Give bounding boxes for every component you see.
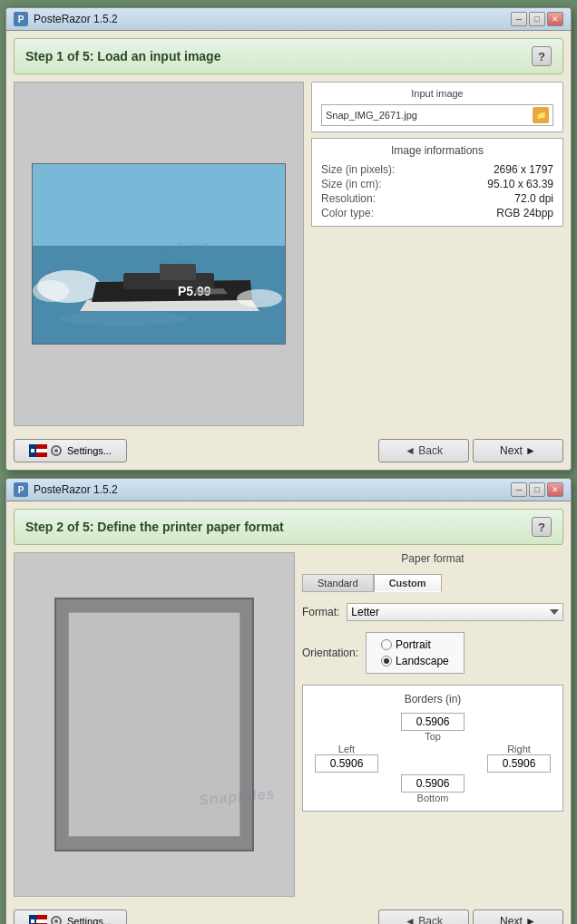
window2-content: Step 2 of 5: Define the printer paper fo… xyxy=(6,501,571,924)
settings-btn-1[interactable]: Settings... xyxy=(14,439,127,462)
image-info-title: Image informations xyxy=(321,144,553,157)
preview-panel-1: P5.99 SnapFiles xyxy=(14,82,304,426)
boat-svg: P5.99 SnapFiles xyxy=(33,164,286,345)
portrait-option[interactable]: Portrait xyxy=(381,637,449,653)
window2-title: PosteRazor 1.5.2 xyxy=(34,483,118,496)
minimize-btn-2[interactable]: ─ xyxy=(511,482,527,497)
next-btn-2[interactable]: Next ► xyxy=(473,909,563,924)
file-browse-icon[interactable]: 📁 xyxy=(533,107,549,123)
borders-box: Borders (in) Top Left xyxy=(302,685,563,812)
back-btn-2[interactable]: ◄ Back xyxy=(378,909,469,924)
image-info-box: Image informations Size (in pixels): 269… xyxy=(311,138,563,227)
flag-icon-2 xyxy=(29,915,47,924)
flag-icons-2 xyxy=(29,914,64,924)
app-icon-2: P xyxy=(14,482,28,497)
info-label-3: Color type: xyxy=(321,207,374,219)
step-header-2: Step 2 of 5: Define the printer paper fo… xyxy=(14,509,563,545)
settings-gear-icon-2 xyxy=(49,914,64,924)
main-body-2: SnapFiles Paper format Standard Custom F… xyxy=(14,552,563,897)
title-bar-2: P PosteRazor 1.5.2 ─ □ ✕ xyxy=(6,479,571,501)
left-input[interactable] xyxy=(315,754,378,773)
landscape-option[interactable]: Landscape xyxy=(381,653,449,669)
window-controls-1: ─ □ ✕ xyxy=(511,12,563,26)
flag-icons-1 xyxy=(29,443,64,458)
svg-point-12 xyxy=(237,289,282,307)
bottom-input[interactable] xyxy=(401,774,465,793)
paper-sheet xyxy=(54,598,254,851)
left-border-label: Left xyxy=(338,744,355,754)
minimize-btn-1[interactable]: ─ xyxy=(511,12,527,26)
flag-icon-1 xyxy=(29,444,47,457)
window1: P PosteRazor 1.5.2 ─ □ ✕ Step 1 of 5: Lo… xyxy=(5,7,572,471)
info-value-2: 72.0 dpi xyxy=(512,192,553,205)
settings-label-1: Settings... xyxy=(67,445,112,456)
next-btn-1[interactable]: Next ► xyxy=(473,439,563,462)
step-title-1: Step 1 of 5: Load an input image xyxy=(25,49,220,63)
maximize-btn-2[interactable]: □ xyxy=(529,482,545,497)
info-label-2: Resolution: xyxy=(321,192,376,205)
settings-label-2: Settings... xyxy=(67,916,112,924)
bottom-col: Bottom xyxy=(401,774,465,803)
help-btn-1[interactable]: ? xyxy=(532,46,552,66)
info-panel-1: Input image Snap_IMG_2671.jpg 📁 Image in… xyxy=(311,82,563,426)
help-btn-2[interactable]: ? xyxy=(532,517,552,537)
tab-standard[interactable]: Standard xyxy=(302,574,374,592)
top-col: Top xyxy=(401,713,465,742)
bottom-bar-1: Settings... ◄ Back Next ► xyxy=(14,433,563,462)
info-label-0: Size (in pixels): xyxy=(321,163,395,176)
svg-marker-11 xyxy=(194,288,228,295)
tab-custom[interactable]: Custom xyxy=(374,574,442,592)
maximize-btn-1[interactable]: □ xyxy=(529,12,545,26)
input-image-title: Input image xyxy=(321,88,553,99)
portrait-radio[interactable] xyxy=(381,639,392,650)
format-select[interactable]: Letter xyxy=(347,603,563,621)
title-bar-left-1: P PosteRazor 1.5.2 xyxy=(14,12,118,26)
info-value-3: RGB 24bpp xyxy=(494,207,553,219)
main-body-1: P5.99 SnapFiles xyxy=(14,82,563,426)
svg-point-27 xyxy=(54,919,58,923)
window1-title: PosteRazor 1.5.2 xyxy=(34,13,118,25)
settings-btn-2[interactable]: Settings... xyxy=(14,909,127,924)
left-col: Left xyxy=(310,744,383,773)
settings-gear-icon xyxy=(49,443,64,458)
file-name: Snap_IMG_2671.jpg xyxy=(326,110,529,121)
landscape-radio-dot xyxy=(384,658,389,664)
paper-format-panel: Paper format Standard Custom Format: Let… xyxy=(302,552,563,897)
borders-title: Borders (in) xyxy=(310,693,555,705)
orientation-label: Orientation: xyxy=(302,647,358,659)
close-btn-1[interactable]: ✕ xyxy=(547,12,563,26)
top-border-label: Top xyxy=(425,731,441,742)
info-value-0: 2696 x 1797 xyxy=(491,163,553,176)
tab-row: Standard Custom xyxy=(302,574,563,592)
bottom-border-label: Bottom xyxy=(417,793,449,803)
window2: P PosteRazor 1.5.2 ─ □ ✕ Step 2 of 5: De… xyxy=(5,478,572,924)
nav-buttons-1: ◄ Back Next ► xyxy=(378,439,563,462)
title-bar-left-2: P PosteRazor 1.5.2 xyxy=(14,482,118,497)
step-header-1: Step 1 of 5: Load an input image ? xyxy=(14,38,563,74)
paper-inner xyxy=(68,612,240,837)
nav-buttons-2: ◄ Back Next ► xyxy=(378,909,563,924)
close-btn-2[interactable]: ✕ xyxy=(547,482,563,497)
portrait-label: Portrait xyxy=(396,638,431,651)
paper-preview-panel: SnapFiles xyxy=(14,552,295,897)
middle-row: Left Right xyxy=(310,744,555,773)
info-value-1: 95.10 x 63.39 xyxy=(484,178,553,190)
back-btn-1[interactable]: ◄ Back xyxy=(378,439,469,462)
svg-point-21 xyxy=(54,449,58,452)
app-icon-1: P xyxy=(14,12,28,26)
landscape-radio[interactable] xyxy=(381,656,392,666)
boat-image: P5.99 SnapFiles xyxy=(32,163,286,345)
info-row-3: Color type: RGB 24bpp xyxy=(321,206,553,220)
top-row: Top xyxy=(310,713,555,742)
svg-rect-9 xyxy=(160,264,196,280)
format-label: Format: xyxy=(302,606,339,618)
right-input[interactable] xyxy=(487,754,551,773)
right-col: Right xyxy=(483,744,555,773)
svg-rect-25 xyxy=(31,919,34,923)
info-row-2: Resolution: 72.0 dpi xyxy=(321,191,553,206)
input-image-box: Input image Snap_IMG_2671.jpg 📁 xyxy=(311,82,563,132)
window1-content: Step 1 of 5: Load an input image ? xyxy=(6,31,571,470)
orientation-row: Orientation: Portrait Landscape xyxy=(302,632,563,674)
top-input[interactable] xyxy=(401,713,465,731)
select-arrow-icon xyxy=(550,609,559,615)
